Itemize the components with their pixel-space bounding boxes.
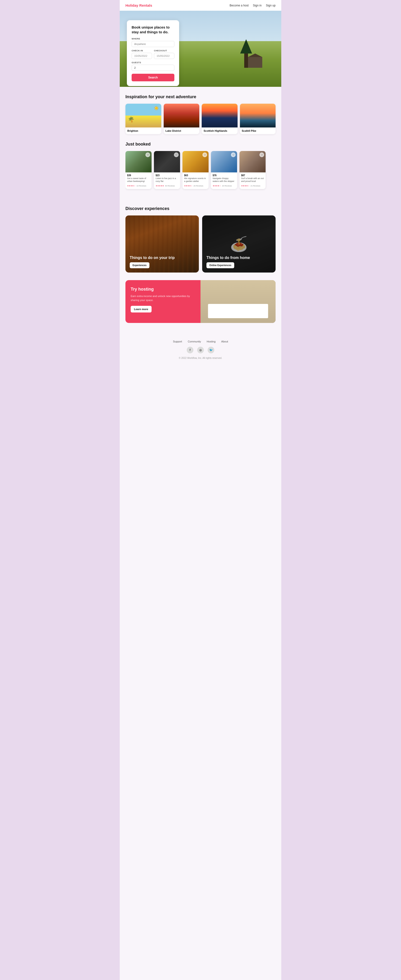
booked-desc-0: Get a sweet taste of urban beekeeping! [127,177,150,183]
checkout-input[interactable] [154,53,174,59]
checkin-input[interactable] [132,53,152,59]
booked-desc-3: Navigate choppy waters with the skipper [212,177,235,183]
booked-info-0: $39 Get a sweet taste of urban beekeepin… [125,172,152,189]
brighton-label: Brighton [125,127,161,134]
lake-image [164,104,200,127]
just-booked-section: Just booked ♡ $39 Get a sweet taste of u… [120,142,281,199]
try-hosting-container: Try hosting Earn extra income and unlock… [125,280,276,323]
footer-links: Support Community Hosting About [125,340,276,343]
booked-info-1: $23 Listen to live jazz in a cozy flat ★… [154,172,180,189]
booked-card-2[interactable]: ♡ $63 Mix signature scents in a garden a… [182,151,209,189]
footer-community[interactable]: Community [188,340,201,343]
booked-img-3: ♡ [211,151,237,172]
booked-img-1: ♡ [154,151,180,172]
instagram-icon[interactable]: ◎ [197,347,204,353]
discover-content-0: Things to do on your trip Experiences [125,251,179,272]
booked-img-0: ♡ [125,151,152,172]
booked-card-3[interactable]: ♡ $76 Navigate choppy waters with the sk… [211,151,237,189]
discover-grid: Things to do on your trip Experiences 🍝 … [125,215,276,272]
reviews-1: 40 Reviews [165,185,174,187]
booked-card-4[interactable]: ♡ $87 Surf a break with an out and proud… [239,151,266,189]
stars-4: ★★★★☆ [241,185,249,187]
reviews-2: 20 Reviews [193,185,203,187]
become-host-link[interactable]: Become a host [230,4,249,7]
stars-3: ★★★★☆ [212,185,221,187]
booked-price-1: $23 [155,174,178,177]
booked-card-0[interactable]: ♡ $39 Get a sweet taste of urban beekeep… [125,151,152,189]
reviews-0: 10 Reviews [136,185,146,187]
footer-copyright: © 2022 Workflow, Inc. All rights reserve… [125,357,276,360]
checkout-label: CHECKOUT [154,49,174,52]
heart-icon-0[interactable]: ♡ [145,153,150,157]
footer-hosting[interactable]: Hosting [207,340,216,343]
facebook-icon[interactable]: f [187,347,193,353]
inspiration-card-pike[interactable]: Scafell Pike [240,104,276,134]
twitter-icon[interactable]: 🐦 [208,347,214,353]
guests-input[interactable] [132,65,174,71]
inspiration-section: Inspiration for your next adventure Brig… [120,87,281,142]
stars-0: ★★★★☆ [127,185,135,187]
experiences-button[interactable]: Experiences [130,262,149,268]
discover-content-1: Things to do from home Online Experience… [202,251,254,272]
booked-price-2: $63 [184,174,207,177]
checkin-label: CHECK-IN [132,49,152,52]
scotland-label: Scottish Highlands [202,127,238,134]
footer-social: f ◎ 🐦 [125,347,276,353]
booked-img-4: ♡ [239,151,266,172]
booked-card-1[interactable]: ♡ $23 Listen to live jazz in a cozy flat… [154,151,180,189]
discover-card-title-1: Things to do from home [206,255,250,260]
booked-price-3: $76 [212,174,235,177]
search-button[interactable]: Search [132,74,174,81]
booked-info-2: $63 Mix signature scents in a garden ate… [182,172,209,189]
inspiration-title: Inspiration for your next adventure [125,94,276,99]
booked-info-3: $76 Navigate choppy waters with the skip… [211,172,237,189]
stars-2: ★★★★☆ [184,185,192,187]
guests-label: GUESTS [132,61,174,64]
heart-icon-3[interactable]: ♡ [231,153,236,157]
sign-up-link[interactable]: Sign up [266,4,276,7]
search-headline: Book unique places to stay and things to… [132,25,174,34]
reviews-4: 21 Reviews [250,185,260,187]
logo[interactable]: Holiday Rentals [125,3,152,7]
checkin-col: CHECK-IN [132,49,152,59]
discover-card-trip[interactable]: Things to do on your trip Experiences [125,215,199,272]
inspiration-card-brighton[interactable]: Brighton [125,104,161,134]
hosting-room-image [201,280,276,323]
booked-desc-1: Listen to live jazz in a cozy flat [155,177,178,183]
inspiration-card-lake[interactable]: Lake District [164,104,200,134]
footer: Support Community Hosting About f ◎ 🐦 © … [120,331,281,364]
scotland-image [202,104,238,127]
discover-card-home[interactable]: 🍝 Things to do from home Online Experien… [202,215,276,272]
heart-icon-2[interactable]: ♡ [202,153,207,157]
booked-scroll: ♡ $39 Get a sweet taste of urban beekeep… [125,151,276,191]
booked-desc-4: Surf a break with an out and proud local [241,177,264,183]
hosting-right [201,280,276,323]
nav-links: Become a host Sign in Sign up [230,4,276,7]
discover-card-title-0: Things to do on your trip [130,255,174,260]
hero-building [248,57,262,68]
learn-more-button[interactable]: Learn more [131,306,152,312]
inspiration-card-scotland[interactable]: Scottish Highlands [202,104,238,134]
booked-price-0: $39 [127,174,150,177]
hosting-title: Try hosting [131,287,195,292]
heart-icon-4[interactable]: ♡ [259,153,264,157]
pike-image [240,104,276,127]
sign-in-link[interactable]: Sign in [253,4,262,7]
footer-about[interactable]: About [221,340,228,343]
hero-section: Book unique places to stay and things to… [120,11,281,87]
footer-support[interactable]: Support [173,340,182,343]
brighton-image [125,104,161,127]
search-box: Book unique places to stay and things to… [127,20,179,86]
heart-icon-1[interactable]: ♡ [174,153,179,157]
online-experiences-button[interactable]: Online Experiences [206,262,234,268]
booked-desc-2: Mix signature scents in a garden atelier [184,177,207,183]
discover-section: Discover experiences Things to do on you… [120,199,281,280]
booked-price-4: $87 [241,174,264,177]
booked-info-4: $87 Surf a break with an out and proud l… [239,172,266,189]
stars-1: ★★★★★ [155,185,164,187]
booked-img-2: ♡ [182,151,209,172]
pike-label: Scafell Pike [240,127,276,134]
just-booked-title: Just booked [125,142,276,147]
navbar: Holiday Rentals Become a host Sign in Si… [120,0,281,11]
where-input[interactable] [132,41,174,47]
